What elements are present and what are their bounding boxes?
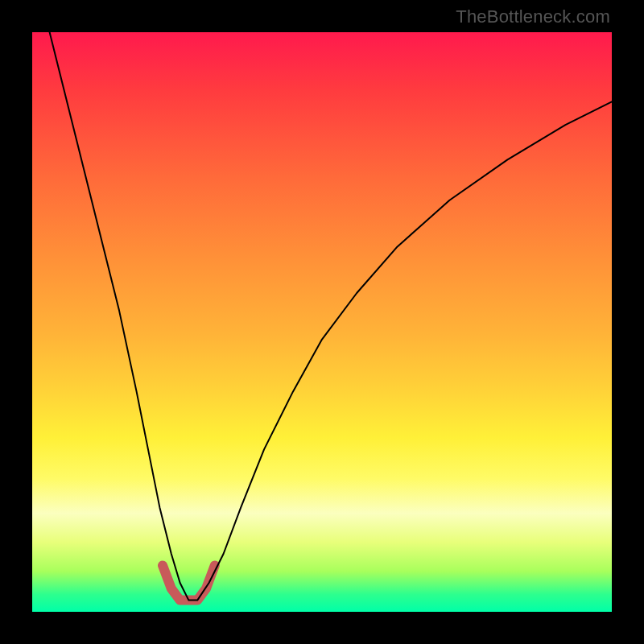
- outer-frame: TheBottleneck.com: [0, 0, 644, 644]
- trough-highlight-path: [163, 565, 215, 600]
- watermark-text: TheBottleneck.com: [456, 6, 610, 27]
- chart-svg: [32, 32, 612, 612]
- bottleneck-curve-path: [50, 32, 612, 601]
- plot-area: [32, 32, 612, 612]
